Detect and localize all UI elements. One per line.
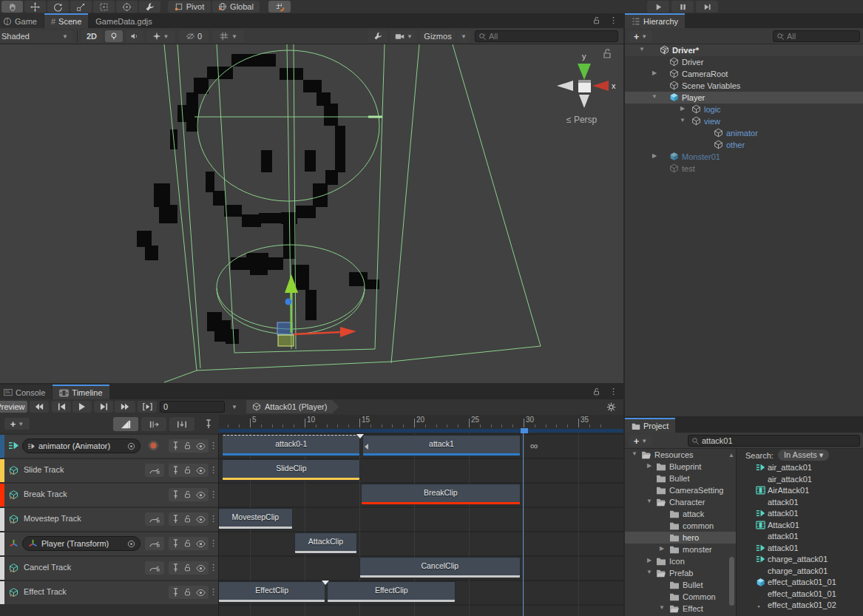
hierarchy-item[interactable]: ▶CameraRoot: [625, 68, 863, 80]
pin-icon[interactable]: [171, 588, 180, 597]
expand-arrow-icon[interactable]: ▶: [646, 557, 653, 563]
frame-field-dropdown[interactable]: ▼: [229, 401, 240, 413]
pin-icon[interactable]: [171, 441, 180, 450]
hierarchy-item[interactable]: other: [625, 139, 863, 151]
hierarchy-item[interactable]: Scene Variables: [625, 80, 863, 92]
expand-arrow-icon[interactable]: ▶: [679, 105, 686, 112]
eye-icon[interactable]: [194, 564, 206, 572]
eye-icon[interactable]: [194, 589, 206, 597]
project-folder-row[interactable]: ▶Icon: [625, 555, 736, 567]
orientation-gizmo[interactable]: y x ≤ Persp: [557, 50, 616, 125]
timeline-clip[interactable]: AttackClip: [294, 532, 357, 554]
lock-icon[interactable]: [182, 588, 192, 597]
track-kebab-icon[interactable]: ⋮: [209, 441, 217, 450]
project-folder-row[interactable]: Common: [625, 591, 736, 603]
timeline-settings-button[interactable]: [603, 401, 619, 413]
scene-tools-button[interactable]: [368, 30, 387, 42]
lock-icon[interactable]: [182, 441, 192, 450]
hierarchy-item[interactable]: ▼Player: [625, 92, 863, 104]
project-folder-row[interactable]: ▼Effect: [625, 603, 736, 615]
edit-pin-button[interactable]: [200, 417, 217, 431]
hand-tool-button[interactable]: [1, 1, 23, 13]
play-range-button[interactable]: [138, 401, 157, 413]
search-result-row[interactable]: charge_attack01: [737, 566, 863, 578]
shading-mode-dropdown[interactable]: Shaded ▼: [0, 30, 72, 42]
hierarchy-item[interactable]: animator: [625, 127, 863, 139]
search-result-row[interactable]: attack01: [737, 531, 863, 543]
pause-button[interactable]: [671, 1, 694, 13]
panel-menu-icon[interactable]: ⋮: [609, 16, 617, 25]
collapse-arrow-icon[interactable]: ▼: [638, 46, 646, 53]
gizmo-x-arrowhead[interactable]: [340, 327, 356, 337]
curves-toggle-button[interactable]: [145, 512, 164, 526]
pin-icon[interactable]: [171, 515, 180, 524]
hierarchy-create-button[interactable]: +▼: [629, 30, 652, 42]
hierarchy-search-input[interactable]: [787, 32, 856, 41]
scene-search[interactable]: [475, 30, 618, 42]
panel-lock-icon[interactable]: [592, 16, 600, 25]
axis-y-cone[interactable]: [578, 64, 591, 80]
next-frame-button[interactable]: [94, 401, 113, 413]
rect-tool-button[interactable]: [93, 1, 115, 13]
tab-timeline[interactable]: Timeline: [53, 385, 109, 399]
track-kebab-icon[interactable]: ⋮: [209, 587, 217, 597]
timeline-menu-icon[interactable]: ⋮: [609, 387, 617, 396]
search-result-row[interactable]: attack01: [737, 543, 863, 555]
2d-toggle-button[interactable]: 2D: [81, 30, 102, 42]
timeline-clip[interactable]: CancelClip: [359, 557, 521, 578]
project-folder-row[interactable]: Bullet: [625, 579, 736, 591]
replace-mode-button[interactable]: [169, 417, 194, 431]
custom-tool-button[interactable]: [139, 1, 160, 13]
search-result-row[interactable]: attack01: [737, 508, 863, 520]
tab-scene[interactable]: # Scene: [44, 13, 88, 28]
object-picker-icon[interactable]: [127, 540, 135, 548]
pivot-toggle-button[interactable]: Pivot: [168, 1, 211, 13]
rotate-tool-button[interactable]: [47, 1, 69, 13]
tab-hierarchy[interactable]: Hierarchy: [625, 13, 685, 28]
pin-icon[interactable]: [171, 466, 180, 475]
expand-arrow-icon[interactable]: ▶: [646, 462, 653, 469]
track-kebab-icon[interactable]: ⋮: [209, 514, 217, 524]
project-search-input[interactable]: [702, 436, 856, 445]
axis-bottom-cone[interactable]: [579, 95, 589, 108]
step-button[interactable]: [696, 1, 718, 13]
project-create-button[interactable]: +▼: [629, 435, 652, 447]
effects-dropdown[interactable]: ▼: [146, 30, 175, 42]
project-folder-row[interactable]: ▶monster: [625, 544, 736, 555]
pin-icon[interactable]: [171, 490, 180, 499]
project-folder-row[interactable]: attack: [625, 508, 736, 520]
search-result-row[interactable]: air_attack01: [737, 474, 863, 486]
pin-icon[interactable]: [171, 539, 180, 548]
global-toggle-button[interactable]: Global: [212, 1, 260, 13]
search-result-row[interactable]: AirAttack01: [737, 485, 863, 497]
expand-arrow-icon[interactable]: ▶: [658, 545, 666, 552]
curves-toggle-button[interactable]: [145, 537, 164, 550]
track-kebab-icon[interactable]: ⋮: [209, 563, 217, 572]
move-gizmo[interactable]: [277, 274, 356, 346]
project-folder-row[interactable]: ▼Prefab: [625, 567, 736, 579]
lighting-toggle-button[interactable]: [105, 30, 123, 42]
gizmo-lock-icon[interactable]: [604, 50, 610, 58]
collapse-arrow-icon[interactable]: ▼: [658, 604, 666, 611]
collapse-arrow-icon[interactable]: ▼: [631, 450, 638, 457]
timeline-play-button[interactable]: [72, 401, 92, 413]
search-result-row[interactable]: effect_attack01_01: [737, 589, 863, 600]
timeline-clip[interactable]: attack1: [362, 435, 520, 456]
timeline-ruler[interactable]: 5101520253035: [219, 415, 623, 433]
track-kebab-icon[interactable]: ⋮: [209, 465, 217, 475]
scene-camera-dropdown[interactable]: ▼: [390, 30, 417, 42]
hierarchy-item[interactable]: ▼Driver*: [625, 44, 863, 56]
tab-gamedata[interactable]: GameData.gdjs: [89, 13, 158, 28]
track-object-field[interactable]: Player (Transform): [22, 536, 141, 551]
clip-marker-icon[interactable]: [322, 581, 329, 585]
add-track-button[interactable]: +▼: [4, 418, 30, 430]
expand-arrow-icon[interactable]: ▶: [651, 152, 658, 159]
search-result-row[interactable]: effect_attack01_02: [737, 600, 863, 612]
pin-icon[interactable]: [171, 563, 180, 572]
gizmo-x-axis[interactable]: [294, 332, 342, 334]
hierarchy-search[interactable]: [773, 30, 860, 42]
project-folder-row[interactable]: CameraSetting: [625, 484, 736, 496]
timeline-clip[interactable]: SlideClip: [222, 459, 360, 481]
project-folder-row[interactable]: Bullet: [625, 473, 736, 484]
hierarchy-item[interactable]: test: [625, 163, 863, 175]
